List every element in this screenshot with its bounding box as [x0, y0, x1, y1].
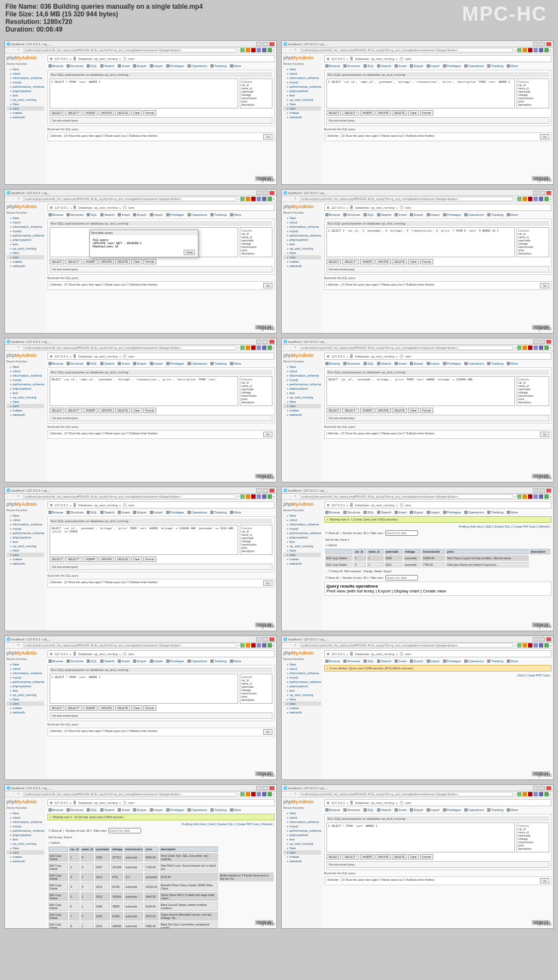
selectall-button[interactable]: SELECT * — [65, 408, 82, 413]
column-item[interactable]: description — [241, 252, 271, 255]
tree-item[interactable]: + cars — [7, 553, 44, 557]
tab-operations[interactable]: Operations — [187, 660, 207, 663]
recent-favorites[interactable]: Recent Favorites — [7, 360, 44, 363]
tab-more[interactable]: More — [230, 213, 241, 216]
forward-button[interactable]: → — [289, 197, 293, 201]
toolbar-icon[interactable] — [262, 48, 266, 52]
tab-operations[interactable]: Operations — [187, 362, 207, 365]
tree-item[interactable]: + test — [283, 391, 321, 395]
toolbar-icon[interactable] — [268, 48, 272, 52]
toolbar-icon[interactable] — [240, 346, 245, 350]
tab-export[interactable]: Export — [133, 362, 146, 365]
autosave-button[interactable]: Get auto-saved query — [326, 117, 549, 124]
tab-privileges[interactable]: Privileges — [166, 660, 184, 663]
sql-textarea[interactable]: SELECT `car_id`, `yearmade`, `mileage`, … — [50, 525, 238, 555]
bc-table[interactable]: cars — [128, 504, 134, 507]
toolbar-icon[interactable] — [539, 48, 543, 52]
toolbar-icon[interactable] — [262, 197, 266, 201]
num-rows-select[interactable]: Number of rows: 25 ▾ — [343, 576, 369, 579]
delimiter-options[interactable]: [ Delimiter ; ] ☑ Show this query here a… — [50, 432, 157, 437]
tree-item[interactable]: + New — [283, 662, 321, 667]
toolbar-icon[interactable] — [544, 48, 549, 52]
select-button[interactable]: SELECT — [50, 556, 64, 562]
toolbar-icon[interactable] — [268, 346, 272, 350]
tab-search[interactable]: Search — [377, 660, 391, 663]
tree-item[interactable]: + New — [7, 697, 44, 701]
table-row[interactable]: Edit Copy Delete412011automatic7795.00Da… — [325, 562, 550, 567]
tab-insert[interactable]: Insert — [118, 511, 130, 514]
minimize-button[interactable] — [256, 191, 262, 195]
back-button[interactable]: ← — [7, 494, 11, 499]
tree-item[interactable]: + cdcol — [283, 815, 321, 820]
tab-sql[interactable]: SQL — [87, 362, 97, 365]
insert-button[interactable]: INSERT — [83, 110, 98, 116]
show-all-checkbox[interactable]: ☐ Show all — [48, 829, 62, 832]
tree-item[interactable]: + cars — [7, 255, 44, 259]
toolbar-icon[interactable] — [251, 792, 256, 796]
tab-export[interactable]: Export — [410, 808, 423, 812]
tab-sql[interactable]: SQL — [363, 808, 374, 812]
toolbar-icon[interactable] — [257, 48, 261, 52]
toolbar-icon[interactable] — [539, 792, 543, 796]
back-button[interactable]: ← — [283, 792, 288, 796]
tree-item[interactable]: + up_and_running — [283, 98, 321, 102]
col-header[interactable]: description — [530, 549, 550, 554]
tree-item[interactable]: + performance_schema — [283, 828, 321, 833]
selectall-button[interactable]: SELECT * — [65, 556, 82, 562]
col-header[interactable]: price — [144, 846, 159, 852]
toolbar-icon[interactable] — [544, 643, 549, 648]
tab-browse[interactable]: Browse — [48, 660, 63, 663]
view-link[interactable]: Create view — [423, 589, 446, 594]
bc-server[interactable]: 127.0.0.1 — [54, 652, 68, 656]
insert-button[interactable]: INSERT — [83, 705, 98, 711]
back-button[interactable]: ← — [283, 494, 288, 499]
tree-item[interactable]: + mysql — [283, 229, 321, 233]
star-icon[interactable]: ☆ — [237, 346, 239, 349]
tab-more[interactable]: More — [507, 362, 518, 365]
bc-db[interactable]: Database: up_and_running — [355, 206, 394, 209]
tab-search[interactable]: Search — [100, 362, 114, 365]
toolbar-icon[interactable] — [246, 643, 250, 648]
tree-item[interactable]: + New — [283, 251, 321, 255]
tab-insert[interactable]: Insert — [118, 660, 130, 663]
bc-db[interactable]: Database: up_and_running — [78, 652, 117, 656]
recent-favorites[interactable]: Recent Favorites — [7, 509, 44, 512]
tree-item[interactable]: + makes — [7, 557, 44, 561]
toolbar-icon[interactable] — [544, 197, 549, 201]
tree-item[interactable]: + New — [7, 548, 44, 553]
tab-operations[interactable]: Operations — [464, 808, 484, 812]
tab-structure[interactable]: Structure — [66, 213, 83, 216]
tab-insert[interactable]: Insert — [395, 64, 407, 68]
toolbar-icon[interactable] — [533, 643, 538, 648]
tab-sql[interactable]: SQL — [363, 64, 374, 68]
tree-item[interactable]: + cdcol — [7, 220, 44, 225]
tab-browse[interactable]: Browse — [325, 660, 340, 663]
bc-server[interactable]: 127.0.0.1 — [54, 57, 68, 61]
tab-privileges[interactable]: Privileges — [166, 808, 184, 812]
toolbar-icon[interactable] — [539, 346, 543, 350]
reload-button[interactable]: ⟳ — [294, 494, 299, 499]
tab-insert[interactable]: Insert — [395, 808, 407, 812]
bc-server[interactable]: 127.0.0.1 — [54, 355, 68, 358]
bc-server[interactable]: 127.0.0.1 — [331, 652, 345, 656]
tree-item[interactable]: + cars — [283, 850, 321, 855]
format-button[interactable]: Format — [143, 259, 156, 264]
tree-item[interactable]: + cdcol — [7, 71, 44, 76]
tree-item[interactable]: + cdcol — [283, 71, 321, 76]
tab-import[interactable]: Import — [150, 213, 163, 216]
bc-server[interactable]: 127.0.0.1 — [331, 355, 345, 358]
tab-export[interactable]: Export — [133, 808, 146, 812]
tree-item[interactable]: + information_schema — [283, 76, 321, 80]
tree-item[interactable]: + mysql — [7, 824, 44, 828]
reload-button[interactable]: ⟳ — [294, 197, 299, 201]
close-button[interactable] — [546, 488, 551, 493]
toolbar-icon[interactable] — [240, 197, 245, 201]
tree-item[interactable]: + New — [283, 846, 321, 850]
close-button[interactable] — [269, 488, 275, 493]
delimiter-options[interactable]: [ Delimiter ; ] ☑ Show this query here a… — [326, 878, 434, 884]
tab-more[interactable]: More — [507, 808, 518, 812]
tree-item[interactable]: + New — [7, 846, 44, 850]
forward-button[interactable]: → — [12, 346, 16, 350]
tree-item[interactable]: + cars — [7, 106, 44, 111]
tab-operations[interactable]: Operations — [187, 213, 207, 216]
